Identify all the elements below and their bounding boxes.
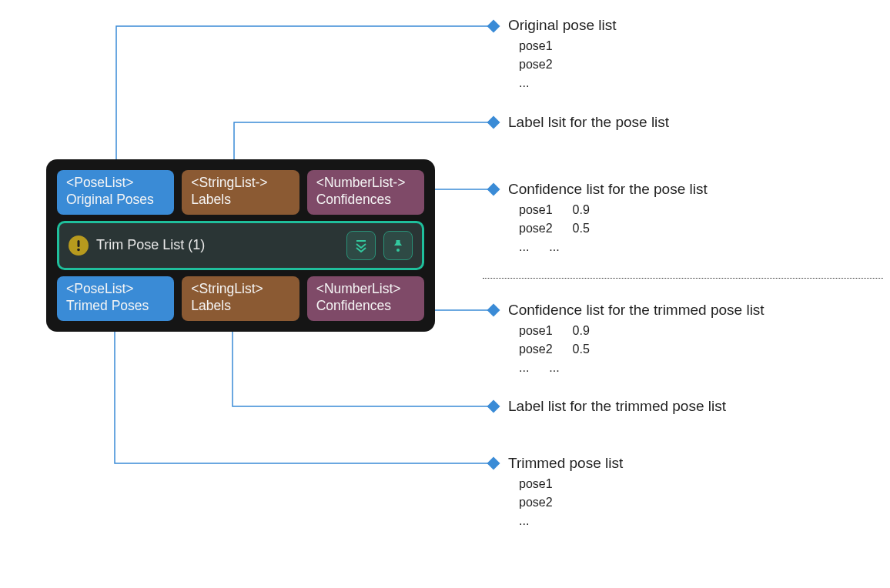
port-type: <PoseList> (66, 175, 165, 192)
node-title: Trim Pose List (1) (96, 237, 339, 253)
port-name: Labels (191, 192, 289, 209)
output-port-trimmed-poses[interactable]: <PoseList> Trimed Poses (57, 276, 174, 321)
port-name: Trimed Poses (66, 298, 165, 315)
trim-pose-list-node: <PoseList> Original Poses <StringList-> … (46, 159, 435, 332)
annotation-trimmed-label-list: Label list for the trimmed pose list (508, 398, 726, 418)
annotation-items: pose10.9 pose20.5 ...... (508, 322, 765, 377)
annotation-title: Confidence list for the pose list (508, 181, 708, 198)
svg-point-5 (396, 249, 400, 252)
callout-diamond (487, 20, 500, 33)
port-type: <StringList> (191, 281, 289, 298)
annotation-original-pose-list: Original pose list pose1 pose2 ... (508, 17, 616, 92)
output-port-confidences[interactable]: <NumberList> Confidences (307, 276, 424, 321)
port-type: <NumberList-> (316, 175, 415, 192)
annotation-title: Original pose list (508, 17, 616, 34)
svg-rect-0 (78, 240, 80, 247)
node-body[interactable]: Trim Pose List (1) (57, 221, 424, 270)
port-type: <NumberList> (316, 281, 415, 298)
input-port-confidences[interactable]: <NumberList-> Confidences (307, 170, 424, 215)
annotation-title: Trimmed pose list (508, 455, 623, 472)
annotation-title: Label list for the trimmed pose list (508, 398, 726, 415)
callout-diamond (487, 116, 500, 129)
output-ports-row: <PoseList> Trimed Poses <StringList> Lab… (57, 276, 424, 321)
callout-diamond (487, 183, 500, 196)
port-name: Original Poses (66, 192, 165, 209)
annotation-title: Label lsit for the pose list (508, 114, 669, 131)
warning-icon (69, 236, 89, 256)
annotation-trimmed-pose-list: Trimmed pose list pose1 pose2 ... (508, 455, 623, 530)
port-type: <StringList-> (191, 175, 289, 192)
section-divider (483, 278, 883, 279)
callout-diamond (487, 457, 500, 470)
svg-point-1 (77, 248, 80, 251)
annotation-items: pose10.9 pose20.5 ...... (508, 201, 708, 256)
port-name: Labels (191, 298, 289, 315)
port-name: Confidences (316, 192, 415, 209)
port-type: <PoseList> (66, 281, 165, 298)
output-port-labels[interactable]: <StringList> Labels (182, 276, 299, 321)
input-ports-row: <PoseList> Original Poses <StringList-> … (57, 170, 424, 215)
callout-diamond (487, 400, 500, 413)
annotation-items: pose1 pose2 ... (508, 475, 623, 530)
annotation-title: Confidence list for the trimmed pose lis… (508, 302, 765, 319)
annotation-label-list: Label lsit for the pose list (508, 114, 669, 134)
annotation-items: pose1 pose2 ... (508, 37, 616, 92)
insert-down-icon[interactable] (383, 231, 413, 260)
annotation-confidence-list: Confidence list for the pose list pose10… (508, 181, 708, 256)
expand-down-icon[interactable] (346, 231, 376, 260)
input-port-original-poses[interactable]: <PoseList> Original Poses (57, 170, 174, 215)
annotation-trimmed-confidence-list: Confidence list for the trimmed pose lis… (508, 302, 765, 377)
port-name: Confidences (316, 298, 415, 315)
input-port-labels[interactable]: <StringList-> Labels (182, 170, 299, 215)
callout-diamond (487, 304, 500, 317)
